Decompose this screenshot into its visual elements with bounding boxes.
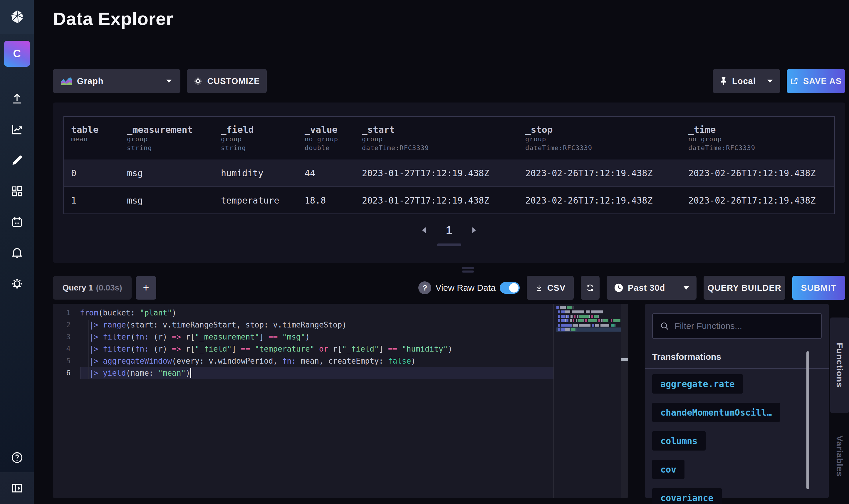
submit-label: SUBMIT [801, 283, 837, 293]
results-panel: tablemean_measurementgroupstring_fieldgr… [53, 103, 845, 263]
table-cell: 2023-01-27T17:12:19.438Z [355, 168, 518, 178]
view-toolbar: Graph CUSTOMIZE Local [53, 69, 845, 93]
query-tab-duration: (0.03s) [96, 283, 122, 292]
upload-icon [11, 92, 23, 105]
question-circle-icon [11, 451, 23, 464]
text-cursor [191, 368, 191, 378]
function-chip[interactable]: covariance [652, 488, 722, 504]
function-chip[interactable]: chandeMomentumOscill… [652, 403, 780, 422]
clock-icon [614, 283, 624, 293]
function-chip[interactable]: cov [652, 460, 685, 479]
time-range-dropdown[interactable]: Past 30d [607, 276, 697, 300]
column-sublabel: mean [71, 135, 120, 144]
table-cell: msg [120, 195, 214, 205]
code-line[interactable]: 3 |> filter(fn: (r) => r["_measurement"]… [53, 331, 628, 343]
save-location-dropdown[interactable]: Local [713, 69, 780, 93]
sidebar-item-tasks[interactable] [0, 206, 34, 237]
functions-divider [645, 368, 829, 369]
code-line[interactable]: 1from(bucket: "plant") [53, 307, 628, 319]
minimap-line [556, 310, 621, 313]
table-cell: 18.8 [297, 195, 355, 205]
code-content: |> aggregateWindow(every: v.windowPeriod… [80, 355, 554, 367]
function-chip[interactable]: aggregate.rate [652, 374, 743, 394]
functions-panel: Transformations aggregate.ratechandeMome… [645, 304, 829, 498]
expand-panel-icon [11, 482, 23, 494]
table-row[interactable]: 0msghumidity442023-01-27T17:12:19.438Z20… [64, 160, 834, 186]
panel-resize-handle[interactable] [462, 267, 474, 273]
table-scroll-indicator[interactable] [437, 244, 461, 246]
gear-icon [11, 277, 23, 290]
code-token: |> filter [89, 344, 130, 353]
submit-button[interactable]: SUBMIT [792, 276, 845, 300]
table-cell: 0 [64, 168, 120, 178]
area-chart-icon [61, 77, 72, 86]
function-chip[interactable]: columns [652, 431, 706, 451]
sidebar-item-alerts[interactable] [0, 237, 34, 268]
code-token: fn: [135, 332, 149, 341]
toggle-knob [509, 283, 519, 292]
sidebar-item-help[interactable] [0, 443, 34, 472]
code-line[interactable]: 5 |> aggregateWindow(every: v.windowPeri… [53, 355, 628, 367]
editor-scrollbar-handle[interactable] [621, 358, 628, 361]
tab-functions[interactable]: Functions [830, 318, 849, 413]
sidebar-item-data-explorer[interactable] [0, 114, 34, 145]
code-line[interactable]: 6 |> yield(name: "mean") [53, 367, 628, 379]
code-token: ] [232, 344, 241, 353]
customize-button[interactable]: CUSTOMIZE [187, 69, 267, 93]
table-row[interactable]: 1msgtemperature18.82023-01-27T17:12:19.4… [64, 186, 834, 214]
save-as-button[interactable]: SAVE AS [787, 69, 845, 93]
prev-page-icon[interactable] [421, 227, 427, 234]
column-sublabel: dateTime:RFC3339 [362, 144, 518, 152]
table-cell: msg [120, 168, 214, 178]
flux-code-editor[interactable]: 1from(bucket: "plant")2 |> range(start: … [53, 304, 628, 498]
refresh-button[interactable] [581, 276, 600, 300]
csv-download-button[interactable]: CSV [527, 276, 574, 300]
pin-icon [720, 77, 727, 86]
code-token: == [269, 332, 277, 341]
filter-functions-search[interactable] [652, 313, 822, 339]
next-page-icon[interactable] [471, 227, 477, 234]
sidebar-item-settings[interactable] [0, 268, 34, 299]
view-raw-toggle[interactable] [500, 282, 520, 294]
column-sublabel: no group [688, 135, 834, 144]
view-type-dropdown[interactable]: Graph [53, 69, 180, 93]
code-lines: 1from(bucket: "plant")2 |> range(start: … [53, 307, 628, 379]
sidebar-item-notebooks[interactable] [0, 145, 34, 176]
pagination: 1 [64, 223, 835, 238]
app-logo[interactable] [0, 0, 34, 34]
editor-scrollbar[interactable] [621, 304, 628, 498]
code-content: |> range(start: v.timeRangeStart, stop: … [80, 319, 554, 331]
table-header-cell: _stopgroupdateTime:RFC3339 [518, 124, 681, 152]
code-line[interactable]: 4 |> filter(fn: (r) => r["_field"] == "t… [53, 343, 628, 355]
editor-minimap[interactable] [556, 306, 621, 332]
query-builder-button[interactable]: QUERY BUILDER [704, 276, 785, 300]
minimap-line [556, 306, 621, 309]
page-number: 1 [446, 224, 452, 237]
tab-variables[interactable]: Variables [830, 426, 849, 486]
save-location-label: Local [732, 76, 756, 86]
minimap-line [556, 328, 621, 331]
code-token: |> aggregateWindow [89, 357, 172, 365]
filter-functions-input[interactable] [674, 321, 814, 331]
table-cell: 2023-02-26T17:12:19.438Z [681, 168, 834, 178]
add-query-button[interactable]: + [136, 276, 156, 300]
code-token: == [388, 344, 397, 353]
code-token: fn: [135, 344, 149, 353]
sidebar-item-dashboards[interactable] [0, 176, 34, 206]
code-token: r[ [181, 332, 195, 341]
view-raw-help-icon[interactable]: ? [418, 281, 431, 294]
sidebar-collapse[interactable] [0, 472, 34, 504]
column-sublabel: group [221, 135, 297, 144]
sidebar-item-upload-data[interactable] [0, 83, 34, 114]
code-token: (every: v.windowPeriod, [172, 357, 282, 365]
line-number: 1 [53, 309, 80, 317]
query-builder-label: QUERY BUILDER [707, 283, 781, 293]
line-number: 2 [53, 321, 80, 329]
sidebar-nav [0, 83, 34, 299]
code-line[interactable]: 2 |> range(start: v.timeRangeStart, stop… [53, 319, 628, 331]
column-sublabel: no group [305, 135, 355, 144]
org-avatar[interactable]: C [4, 41, 30, 67]
code-token [80, 357, 89, 365]
functions-scrollbar[interactable] [807, 351, 809, 489]
query-tab[interactable]: Query 1 (0.03s) [53, 276, 132, 300]
